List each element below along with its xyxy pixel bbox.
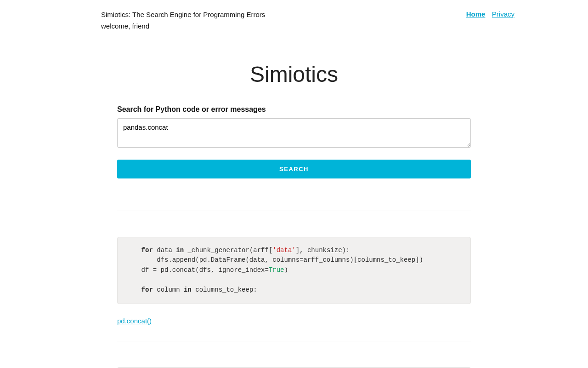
- result-link[interactable]: pd.concat(): [117, 317, 152, 325]
- welcome-message: welcome, friend: [101, 22, 265, 30]
- page-title: Simiotics: [117, 62, 471, 87]
- header: Simiotics: The Search Engine for Program…: [0, 0, 588, 43]
- nav-home-link[interactable]: Home: [466, 10, 486, 18]
- result-code-block: for data in _chunk_generator(arff['data'…: [117, 237, 471, 304]
- search-button[interactable]: Search: [117, 160, 471, 178]
- search-label: Search for Python code or error messages: [117, 105, 471, 114]
- main-content: Simiotics Search for Python code or erro…: [117, 43, 471, 368]
- top-nav: Home Privacy: [462, 10, 514, 18]
- site-tagline: Simiotics: The Search Engine for Program…: [101, 10, 265, 19]
- results-divider: [117, 211, 471, 211]
- header-text: Simiotics: The Search Engine for Program…: [101, 10, 265, 30]
- results-divider: [117, 341, 471, 341]
- nav-privacy-link[interactable]: Privacy: [492, 10, 514, 18]
- search-input[interactable]: [117, 118, 471, 148]
